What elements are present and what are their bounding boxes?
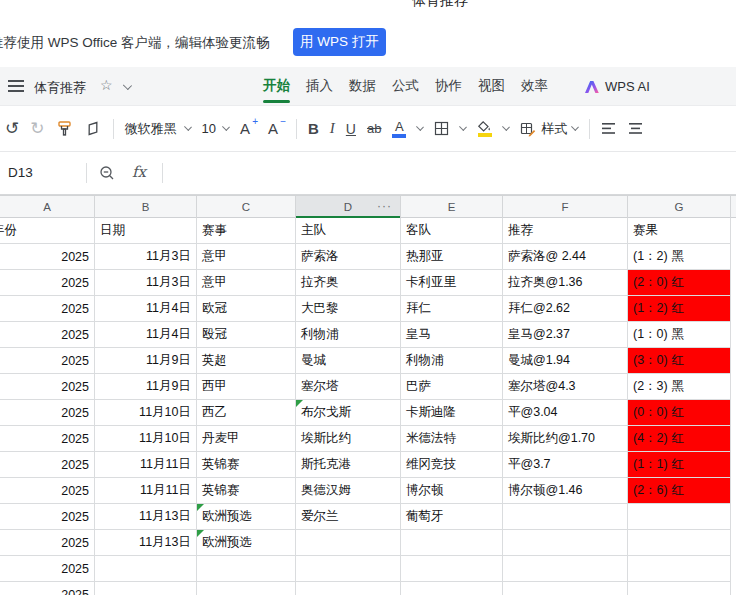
cell-result[interactable]	[628, 530, 731, 556]
cell-away[interactable]: 利物浦	[401, 348, 503, 374]
cell-away[interactable]: 博尔顿	[401, 478, 503, 504]
cell-result[interactable]: (1：2) 黑	[628, 244, 731, 270]
cell-result[interactable]: (2：3) 黑	[628, 374, 731, 400]
fill-color-button[interactable]	[477, 121, 492, 137]
cell-league[interactable]: 欧冠	[197, 296, 296, 322]
cell-home[interactable]: 大巴黎	[296, 296, 401, 322]
cell-home[interactable]: 塞尔塔	[296, 374, 401, 400]
cell-tip[interactable]: 拉齐奥@1.36	[503, 270, 628, 296]
cell-home[interactable]: 曼城	[296, 348, 401, 374]
cell-away[interactable]: 拜仁	[401, 296, 503, 322]
cell-date[interactable]: 11月4日	[95, 322, 197, 348]
cell-league[interactable]: 英锦赛	[197, 452, 296, 478]
underline-button[interactable]: U	[346, 121, 356, 137]
borders-chevron-icon[interactable]	[460, 123, 468, 131]
cell-year[interactable]: 2025	[0, 322, 95, 348]
cell-tip[interactable]: 平@3.7	[503, 452, 628, 478]
cell-home[interactable]	[296, 530, 401, 556]
cell-league[interactable]: 欧洲预选	[197, 530, 296, 556]
cell-date[interactable]: 11月10日	[95, 426, 197, 452]
cell-league[interactable]: 意甲	[197, 270, 296, 296]
cell-tip[interactable]: 推荐	[503, 218, 628, 244]
font-size-select[interactable]: 10	[202, 121, 229, 136]
cell-result[interactable]: (4：2) 红	[628, 426, 731, 452]
tab-插入[interactable]: 插入	[306, 67, 333, 106]
tab-数据[interactable]: 数据	[349, 67, 376, 106]
cell-away[interactable]: 维冈竞技	[401, 452, 503, 478]
borders-icon[interactable]	[434, 121, 449, 136]
cell-home[interactable]: 主队	[296, 218, 401, 244]
cell-home[interactable]: 斯托克港	[296, 452, 401, 478]
cell-tip[interactable]	[503, 530, 628, 556]
strikethrough-button[interactable]: ab	[367, 121, 381, 136]
cell-date[interactable]: 11月11日	[95, 478, 197, 504]
cell-tip[interactable]: 拜仁@2.62	[503, 296, 628, 322]
cell-home[interactable]	[296, 582, 401, 595]
cell-date[interactable]: 11月13日	[95, 504, 197, 530]
font-color-chevron-icon[interactable]	[417, 123, 425, 131]
cell-home[interactable]: 爱尔兰	[296, 504, 401, 530]
cell-league[interactable]: 意甲	[197, 244, 296, 270]
cell-year[interactable]: 2025	[0, 478, 95, 504]
font-color-button[interactable]: A	[392, 120, 406, 138]
tab-wps-ai[interactable]: WPS AI	[584, 67, 650, 106]
decrease-font-button[interactable]: A−	[268, 120, 285, 137]
open-in-wps-button[interactable]: 用 WPS 打开	[293, 28, 386, 56]
cell-year[interactable]: 2025	[0, 530, 95, 556]
cell-date[interactable]	[95, 556, 197, 582]
cell-result[interactable]: (2：6) 红	[628, 478, 731, 504]
column-header-G[interactable]: G	[628, 196, 731, 218]
cell-result[interactable]: (1：1) 红	[628, 452, 731, 478]
cell-league[interactable]	[197, 582, 296, 595]
cell-result[interactable]: (1：0) 黑	[628, 322, 731, 348]
cell-date[interactable]: 11月13日	[95, 530, 197, 556]
column-header-E[interactable]: E	[401, 196, 503, 218]
cell-tip[interactable]	[503, 556, 628, 582]
cell-date[interactable]: 11月3日	[95, 244, 197, 270]
column-header-C[interactable]: C	[197, 196, 296, 218]
font-name-select[interactable]: 微软雅黑	[125, 120, 191, 138]
cell-result[interactable]: (3：0) 红	[628, 348, 731, 374]
cell-home[interactable]: 奥德汉姆	[296, 478, 401, 504]
tab-效率[interactable]: 效率	[521, 67, 548, 106]
name-box[interactable]: D13	[8, 165, 33, 180]
cell-year[interactable]: 2025	[0, 582, 95, 595]
cell-date[interactable]: 11月3日	[95, 270, 197, 296]
cell-tip[interactable]: 博尔顿@1.46	[503, 478, 628, 504]
cell-home[interactable]: 布尔戈斯	[296, 400, 401, 426]
tab-公式[interactable]: 公式	[392, 67, 419, 106]
cell-tip[interactable]	[503, 582, 628, 595]
cell-home[interactable]: 拉齐奥	[296, 270, 401, 296]
cell-home[interactable]: 萨索洛	[296, 244, 401, 270]
align-left-icon[interactable]	[601, 122, 617, 135]
cell-tip[interactable]: 埃斯比约@1.70	[503, 426, 628, 452]
cell-tip[interactable]: 曼城@1.94	[503, 348, 628, 374]
fill-color-chevron-icon[interactable]	[503, 123, 511, 131]
cell-date[interactable]: 日期	[95, 218, 197, 244]
cell-year[interactable]: 年份	[0, 218, 95, 244]
cell-home[interactable]	[296, 556, 401, 582]
format-painter-icon[interactable]	[56, 120, 73, 137]
column-header-D[interactable]: D···	[296, 196, 401, 218]
cell-result[interactable]: (2：0) 红	[628, 270, 731, 296]
bold-button[interactable]: B	[308, 120, 319, 137]
cell-league[interactable]: 英锦赛	[197, 478, 296, 504]
undo-button[interactable]: ↺	[5, 118, 19, 139]
cell-tip[interactable]: 塞尔塔@4.3	[503, 374, 628, 400]
cell-result[interactable]	[628, 556, 731, 582]
cell-home[interactable]: 利物浦	[296, 322, 401, 348]
cell-league[interactable]	[197, 556, 296, 582]
cell-result[interactable]	[628, 504, 731, 530]
cell-year[interactable]: 2025	[0, 400, 95, 426]
cell-date[interactable]: 11月9日	[95, 348, 197, 374]
cell-league[interactable]: 英超	[197, 348, 296, 374]
tab-视图[interactable]: 视图	[478, 67, 505, 106]
cell-league[interactable]: 西甲	[197, 374, 296, 400]
redo-button[interactable]: ↻	[30, 118, 44, 139]
cell-away[interactable]: 卡利亚里	[401, 270, 503, 296]
cell-away[interactable]: 卡斯迪隆	[401, 400, 503, 426]
cell-result[interactable]	[628, 582, 731, 595]
cell-away[interactable]: 皇马	[401, 322, 503, 348]
cell-result[interactable]: (0：0) 红	[628, 400, 731, 426]
cell-away[interactable]: 巴萨	[401, 374, 503, 400]
